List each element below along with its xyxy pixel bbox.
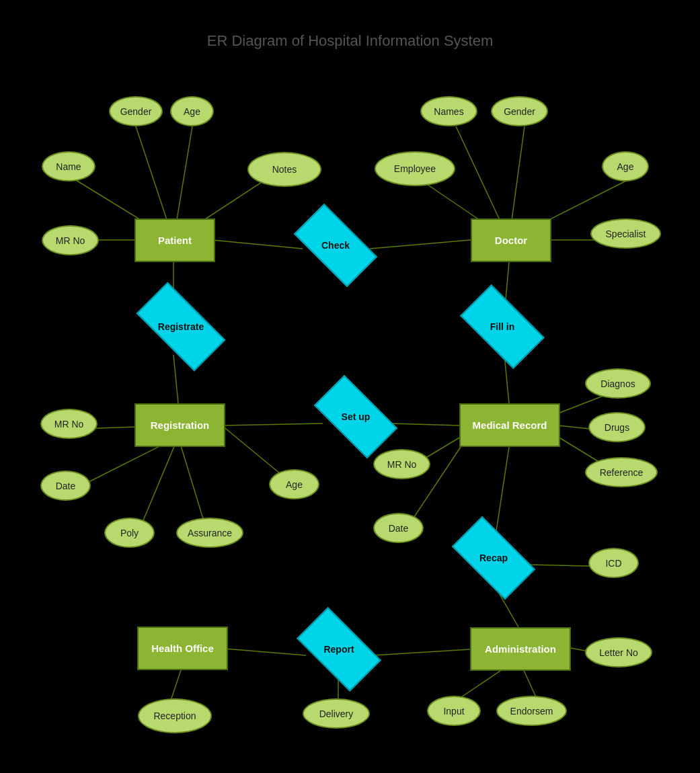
attr-reg-mrno: MR No xyxy=(40,409,98,439)
svg-line-17 xyxy=(390,423,461,425)
svg-line-13 xyxy=(173,355,178,403)
svg-line-31 xyxy=(225,649,306,655)
entity-patient: Patient xyxy=(134,218,215,262)
diagram-title: ER Diagram of Hospital Information Syste… xyxy=(0,32,700,50)
svg-line-10 xyxy=(212,240,303,249)
entity-doctor: Doctor xyxy=(471,218,551,262)
attr-employee: Employee xyxy=(375,151,455,186)
entity-health-office: Health Office xyxy=(137,626,228,670)
attr-reg-date: Date xyxy=(40,471,91,501)
attr-patient-age: Age xyxy=(170,96,214,126)
rel-recap: Recap xyxy=(457,538,530,578)
svg-line-11 xyxy=(370,240,471,249)
attr-admin-endorsem: Endorsem xyxy=(496,696,567,726)
attr-patient-mrno: MR No xyxy=(42,225,99,255)
rel-fill-in: Fill in xyxy=(466,306,539,348)
attr-reception: Reception xyxy=(138,698,212,733)
attr-delivery: Delivery xyxy=(303,698,370,729)
rel-set-up: Set up xyxy=(319,397,392,437)
attr-notes: Notes xyxy=(247,152,321,187)
entity-registration: Registration xyxy=(134,403,225,447)
attr-admin-input: Input xyxy=(427,696,481,726)
attr-mr-mrno: MR No xyxy=(373,449,430,479)
attr-reg-poly: Poly xyxy=(104,518,155,548)
diagram-canvas: ER Diagram of Hospital Information Syste… xyxy=(0,0,700,773)
attr-doctor-specialist: Specialist xyxy=(590,218,661,249)
attr-mr-reference: Reference xyxy=(585,457,658,487)
attr-mr-drugs: Drugs xyxy=(588,412,646,442)
attr-reg-age: Age xyxy=(269,469,319,499)
entity-medical-record: Medical Record xyxy=(459,403,560,447)
attr-reg-assurance: Assurance xyxy=(176,518,243,548)
attr-doctor-age: Age xyxy=(602,151,649,181)
attr-mr-icd: ICD xyxy=(588,548,639,578)
entity-administration: Administration xyxy=(470,627,571,671)
attr-mr-date: Date xyxy=(373,513,424,543)
attr-admin-letterno: Letter No xyxy=(585,637,652,667)
attr-doctor-gender: Gender xyxy=(491,96,548,126)
svg-line-16 xyxy=(222,423,323,425)
attr-patient-gender: Gender xyxy=(109,96,163,126)
attr-patient-name: Name xyxy=(42,151,95,181)
attr-doctor-names: Names xyxy=(420,96,477,126)
rel-registrate: Registrate xyxy=(141,306,221,348)
svg-line-33 xyxy=(171,670,181,698)
attr-mr-diagnos: Diagnos xyxy=(585,368,651,399)
rel-report: Report xyxy=(303,628,375,670)
svg-line-32 xyxy=(373,649,470,655)
rel-check: Check xyxy=(299,225,372,266)
